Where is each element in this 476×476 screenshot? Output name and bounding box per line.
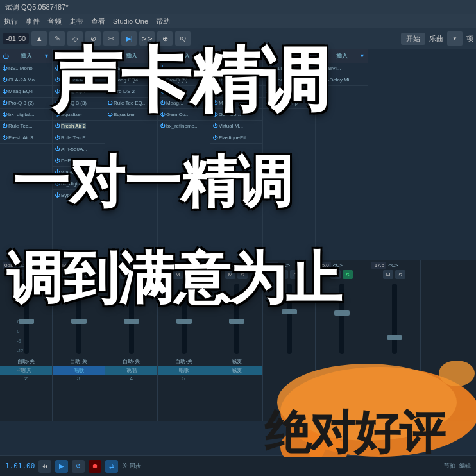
plugin-slot-bx[interactable]: ⏻ bx_digital... bbox=[53, 178, 105, 190]
plugin-slot[interactable]: ⏻ Pro-Q... bbox=[158, 86, 210, 98]
mute-btn-7[interactable]: M bbox=[330, 270, 341, 279]
channel-bottom-4[interactable]: 唱歌 bbox=[158, 366, 210, 375]
plugin-slot[interactable]: ⏻ Maag EQ4 bbox=[0, 86, 52, 98]
solo-btn-2[interactable]: S bbox=[80, 270, 90, 279]
plugin-slot-deesser[interactable]: ⏻ DeEsser M... bbox=[53, 155, 105, 167]
channel-1-arrow[interactable]: ▼ bbox=[44, 53, 49, 59]
channel-4-arrow[interactable]: ▼ bbox=[201, 53, 207, 59]
channel-2-power[interactable]: ⏻ bbox=[55, 53, 62, 60]
fader-thumb-2[interactable] bbox=[71, 319, 87, 324]
channel-7-arrow[interactable]: ▼ bbox=[359, 53, 365, 59]
mute-tool[interactable]: ⊘ bbox=[85, 31, 101, 46]
plugin-slot[interactable]: ⏻ Maag EQ4 bbox=[53, 86, 105, 98]
plugin-slot[interactable]: ⏻ AbBe Road... bbox=[210, 86, 262, 98]
menu-audio[interactable]: 音频 bbox=[47, 17, 62, 26]
mute-btn-3[interactable]: M bbox=[120, 270, 130, 279]
loop-button[interactable]: ↺ bbox=[72, 460, 85, 473]
plugin-slot[interactable]: ⏻ Pro-Q 3 (2) bbox=[0, 98, 52, 109]
fader-thumb-7[interactable] bbox=[334, 310, 350, 316]
channel-5-power[interactable]: ⏻ bbox=[213, 53, 219, 60]
channel-bottom-2[interactable]: 唱歌 bbox=[53, 366, 105, 375]
plugin-slot[interactable]: ⏻ AVOMUT... bbox=[210, 63, 262, 74]
channel-4-power[interactable]: ⏻ bbox=[160, 53, 167, 60]
plugin-slot[interactable]: ⏻ Gem Comp bbox=[263, 98, 315, 109]
solo-btn-5[interactable]: S bbox=[237, 270, 248, 279]
start-button[interactable]: 开始 bbox=[401, 33, 425, 45]
solo-btn-6[interactable]: S bbox=[290, 270, 300, 279]
solo-btn-3[interactable]: S bbox=[132, 270, 142, 279]
channel-1-power[interactable]: ⏻ bbox=[3, 53, 9, 60]
menu-transport[interactable]: 走带 bbox=[69, 17, 83, 26]
plugin-slot-api[interactable]: ⏻ API-550A... bbox=[53, 144, 105, 155]
plugin-slot[interactable]: ⏻ CLA-2A Mo... bbox=[0, 74, 52, 86]
scrub-tool[interactable]: ▶| bbox=[121, 31, 137, 46]
erase-tool[interactable]: ◇ bbox=[67, 31, 83, 46]
skip-tool[interactable]: ⊳⊳ bbox=[139, 31, 155, 46]
plugin-slot[interactable]: ⏻ Pro-Q (5) bbox=[158, 74, 210, 86]
channel-bottom-3[interactable]: 说唱 bbox=[105, 366, 157, 375]
channel-6-power[interactable]: ⏻ bbox=[266, 53, 272, 60]
menu-view[interactable]: 查看 bbox=[91, 17, 105, 26]
plugin-slot[interactable]: ⏻ Maag... bbox=[158, 98, 210, 109]
sync-icon[interactable]: ⇄ bbox=[105, 460, 118, 473]
channel-2-arrow[interactable]: ▼ bbox=[96, 53, 102, 59]
plugin-slot[interactable]: ⏻ Maag EQ4 bbox=[158, 63, 210, 74]
plugin-slot[interactable]: ⏻ Abbe Road... bbox=[263, 74, 315, 86]
plugin-slot-fresh-air[interactable]: ⏻ Fresh Air 2 bbox=[53, 121, 105, 132]
plugin-slot[interactable]: ⏻ ElastiquePit... bbox=[210, 132, 262, 144]
channel-bottom-5[interactable]: 喊麦 bbox=[210, 366, 262, 375]
mute-btn-4[interactable]: M bbox=[173, 270, 183, 279]
menu-help[interactable]: 帮助 bbox=[156, 17, 170, 26]
fader-thumb-5[interactable] bbox=[229, 319, 244, 324]
mute-btn-5[interactable]: M bbox=[225, 270, 235, 279]
channel-3-arrow[interactable]: ▼ bbox=[149, 53, 155, 59]
plugin-slot[interactable]: ⏻ bx_digital... bbox=[0, 109, 52, 121]
fader-thumb-3[interactable] bbox=[124, 319, 139, 324]
solo-btn-8[interactable]: S bbox=[395, 270, 405, 279]
pencil-tool[interactable]: ✎ bbox=[49, 31, 65, 46]
plugin-slot[interactable]: ⏻ Equalizer bbox=[53, 109, 105, 121]
plugin-slot[interactable]: ⏻ H-Delay Mil... bbox=[316, 74, 368, 86]
plugin-slot[interactable]: ⏻ Maag EQ4 bbox=[105, 74, 157, 86]
plugin-slot[interactable]: ⏻ Gem Co... bbox=[158, 109, 210, 121]
solo-btn-1[interactable]: S bbox=[27, 270, 37, 279]
solo-btn-4[interactable]: S bbox=[185, 270, 195, 279]
plugin-slot[interactable]: ⏻ Gen Co... bbox=[210, 109, 262, 121]
channel-3-power[interactable]: ⏻ bbox=[108, 53, 114, 60]
select-tool[interactable]: ▲ bbox=[31, 31, 47, 46]
menu-execute[interactable]: 执行 bbox=[4, 17, 18, 26]
plugin-slot[interactable]: ⏻ RVox M... bbox=[210, 74, 262, 86]
plugin-slot[interactable]: ⏻ Virtual M... bbox=[210, 121, 262, 132]
plugin-slot[interactable]: ⏻ CLA-2A M... bbox=[53, 74, 105, 86]
mute-btn-1[interactable]: M bbox=[15, 270, 25, 279]
split-tool[interactable]: ✂ bbox=[103, 31, 119, 46]
mute-btn-8[interactable]: M bbox=[383, 270, 393, 279]
plugin-slot-bypass[interactable]: ⏻ Bypass... bbox=[53, 190, 105, 201]
channel-6-arrow[interactable]: ▼ bbox=[307, 53, 312, 59]
plugin-slot[interactable]: ⏻ NS1 Mono bbox=[53, 63, 105, 74]
plugin-slot[interactable]: ⏻ Rule Tec... bbox=[0, 121, 52, 132]
plugin-slot[interactable]: ⏻ Raum disc... bbox=[263, 63, 315, 74]
plugin-slot[interactable]: ⏻ Rule Tec EQ... bbox=[105, 98, 157, 109]
channel-7-power[interactable]: ⏻ bbox=[318, 53, 325, 60]
menu-studioone[interactable]: Studio One bbox=[113, 17, 148, 25]
plugin-slot[interactable]: ⏻ Equalizer bbox=[105, 109, 157, 121]
plugin-slot[interactable]: ⏻ Pro-DS 2 bbox=[105, 86, 157, 98]
mute-btn-6[interactable]: M bbox=[278, 270, 288, 279]
solo-btn-7[interactable]: S bbox=[343, 270, 353, 279]
play-button[interactable]: ▶ bbox=[55, 460, 68, 473]
iq-tool[interactable]: IQ bbox=[175, 31, 191, 46]
fader-thumb-4[interactable] bbox=[176, 319, 192, 324]
plugin-slot[interactable]: ⏻ Pro-Q 3 (3) bbox=[53, 98, 105, 109]
menu-event[interactable]: 事件 bbox=[26, 17, 40, 26]
zoom-tool[interactable]: ⊕ bbox=[157, 31, 173, 46]
dropdown-arrow[interactable]: ▼ bbox=[447, 31, 463, 46]
plugin-slot[interactable]: ⏻ Rule Tec E... bbox=[53, 132, 105, 144]
plugin-slot[interactable]: ⏻ NS1 Mono bbox=[105, 63, 157, 74]
fader-thumb-8[interactable] bbox=[387, 335, 402, 340]
channel-bottom-1[interactable]: 聊天 bbox=[0, 366, 52, 375]
rewind-button[interactable]: ⏮ bbox=[38, 460, 51, 473]
plugin-slot[interactable]: ⏻ Maag... bbox=[210, 98, 262, 109]
fader-thumb-6[interactable] bbox=[282, 309, 297, 314]
plugin-slot-waves[interactable]: ⏻ Waves Tun... bbox=[53, 167, 105, 178]
